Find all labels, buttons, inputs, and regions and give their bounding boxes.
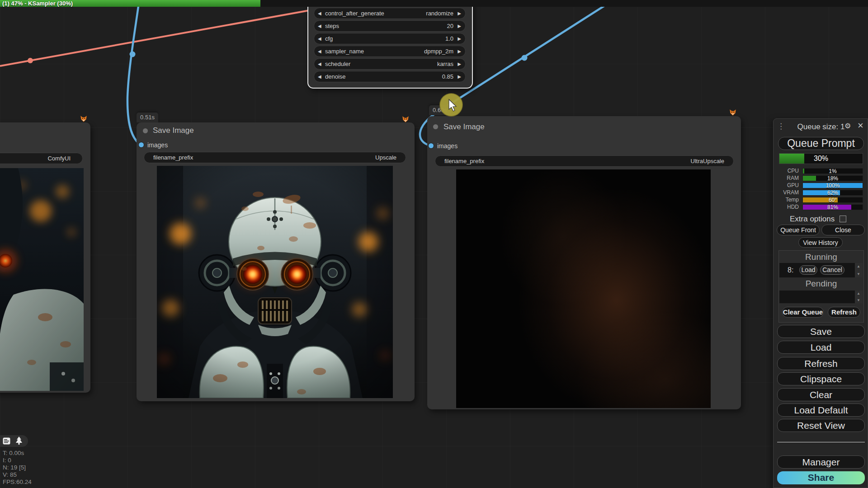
menu-divider [777,442,865,442]
node-save-image-left[interactable]: ComfyUI [0,122,90,393]
comfyui-canvas[interactable]: (1) 47% - KSampler (30%) ◀ control_after… [0,0,868,488]
clear-queue-button[interactable]: Clear Queue [782,307,824,318]
fox-badge-icon [401,115,410,123]
monitor-value: 81% [803,205,863,210]
decrement-arrow-icon[interactable]: ◀ [318,59,321,69]
preview-image-dark [456,169,711,408]
running-scrollbar[interactable]: ▲ ▼ [855,263,863,277]
running-item-index: 8: [788,266,793,274]
widget-scheduler[interactable]: ◀ scheduler karras ▶ [314,58,466,70]
stat-time: T: 0.00s [3,450,32,457]
tree-icon[interactable] [15,436,23,446]
fox-badge-icon [80,115,88,123]
widget-denoise[interactable]: ◀ denoise 0.85 ▶ [314,71,466,82]
close-menu-icon[interactable]: × [858,120,863,131]
stat-v: V: 85 [3,471,32,479]
monitor-bar-cpu: 1% [802,168,863,174]
fox-badge-icon [729,108,737,117]
monitor-label-hdd: HDD [774,204,799,210]
widget-filename-prefix[interactable]: filename_prefix UltraUpscale [435,155,734,167]
decrement-arrow-icon[interactable]: ◀ [318,8,321,19]
link-salmon-midpoint-dot[interactable] [28,58,33,63]
widget-filename-prefix[interactable]: filename_prefix Upscale [144,152,406,163]
queue-prompt-button[interactable]: Queue Prompt [778,137,864,150]
collapse-dot[interactable] [433,124,438,129]
manager-button[interactable]: Manager [777,455,865,469]
monitor-value: 1% [803,169,863,174]
refresh-button[interactable]: Refresh [777,357,865,370]
share-button[interactable]: Share [777,471,865,484]
widget-control-after-generate[interactable]: ◀ control_after_generate randomize ▶ [314,8,466,19]
scroll-down-icon[interactable]: ▼ [857,298,860,302]
widget-value: karras [437,59,453,69]
running-section-title: Running [779,252,863,262]
comfyui-menu-panel: ⋮ Queue size: 1 ⚙ × Queue Prompt 30% CPU… [773,118,868,488]
extra-options-checkbox[interactable] [840,216,846,222]
settings-gear-icon[interactable]: ⚙ [844,122,851,130]
close-button[interactable]: Close [821,225,865,235]
pending-scrollbar[interactable]: ▲ ▼ [855,291,863,303]
reset-view-button[interactable]: Reset View [777,419,865,432]
load-running-button[interactable]: Load [799,265,817,275]
increment-arrow-icon[interactable]: ▶ [458,46,461,56]
images-input-dot[interactable] [429,143,434,148]
node-save-image-2[interactable]: Save Image images filename_prefix UltraU… [427,116,741,409]
node-title: Save Image [153,126,194,135]
increment-arrow-icon[interactable]: ▶ [458,59,461,69]
images-input-dot[interactable] [139,142,144,147]
queue-front-button[interactable]: Queue Front [777,225,820,235]
widget-value: dpmpp_2m [424,46,453,56]
link-blue-1-midpoint-dot[interactable] [130,52,136,57]
view-history-button[interactable]: View History [798,237,843,248]
running-item-row: 8: Load Cancel [779,263,855,277]
scroll-up-icon[interactable]: ▲ [857,264,860,268]
increment-arrow-icon[interactable]: ▶ [458,8,461,19]
list-panel-icon[interactable] [3,437,10,445]
widget-value: 20 [447,21,453,31]
monitor-bar-gpu: 100% [802,183,863,188]
link-blue-2-midpoint-dot[interactable] [522,55,528,61]
widget-cfg[interactable]: ◀ cfg 1.0 ▶ [314,33,466,44]
monitor-value: 100% [803,183,863,188]
monitor-value: 18% [803,176,863,181]
widget-value: ComfyUI [47,153,71,164]
queue-progress-label: 30% [779,154,863,164]
widget-name: cfg [325,33,333,44]
widget-name: scheduler [325,59,350,69]
widget-name: filename_prefix [153,152,193,163]
monitor-value: 60° [803,197,863,203]
link-salmon [0,9,314,66]
load-button[interactable]: Load [777,341,865,354]
node-ksampler[interactable]: ◀ control_after_generate randomize ▶ ◀ s… [307,0,473,89]
widget-sampler-name[interactable]: ◀ sampler_name dpmpp_2m ▶ [314,46,466,57]
increment-arrow-icon[interactable]: ▶ [458,71,461,82]
clear-button[interactable]: Clear [777,388,865,401]
decrement-arrow-icon[interactable]: ◀ [318,46,321,56]
monitor-bar-temp: 60° [802,197,863,203]
decrement-arrow-icon[interactable]: ◀ [318,33,321,44]
stat-n: N: 19 [5] [3,464,32,471]
widget-steps[interactable]: ◀ steps 20 ▶ [314,20,466,32]
decrement-arrow-icon[interactable]: ◀ [318,71,321,82]
scroll-down-icon[interactable]: ▼ [857,272,860,276]
preview-image-robot [157,166,393,398]
cancel-running-button[interactable]: Cancel [820,265,844,275]
clipspace-button[interactable]: Clipspace [777,372,865,385]
execution-progress-label: (1) 47% - KSampler (30%) [2,0,73,7]
increment-arrow-icon[interactable]: ▶ [458,33,461,44]
node-save-image-1[interactable]: Save Image images filename_prefix Upscal… [137,122,415,401]
collapse-dot[interactable] [143,128,148,133]
save-button[interactable]: Save [777,325,865,338]
load-default-button[interactable]: Load Default [777,404,865,417]
scroll-up-icon[interactable]: ▲ [857,291,860,296]
queue-list-container: Running 8: Load Cancel ▲ ▼ Pending ▲ ▼ C… [778,250,864,323]
widget-filename-prefix[interactable]: ComfyUI [0,153,83,164]
refresh-queue-button[interactable]: Refresh [828,307,860,318]
widget-name: sampler_name [325,46,364,56]
monitor-label-temp: Temp [774,197,799,203]
images-input-label: images [147,141,168,149]
decrement-arrow-icon[interactable]: ◀ [318,21,321,31]
widget-value: UltraUpscale [691,156,724,166]
preview-image-left [0,168,84,391]
increment-arrow-icon[interactable]: ▶ [458,21,461,31]
